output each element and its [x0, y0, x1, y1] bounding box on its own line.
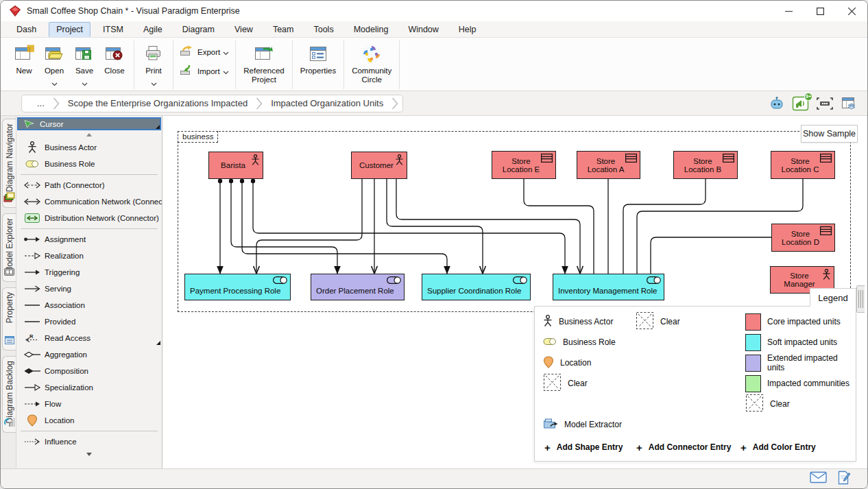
chevron-down-icon[interactable]	[223, 65, 229, 77]
minimize-button[interactable]	[773, 1, 804, 21]
expander-icon[interactable]	[156, 341, 160, 345]
assistant-robot-icon[interactable]	[768, 95, 786, 112]
breadcrumb-item[interactable]: ...	[30, 98, 51, 108]
palette-item-provided[interactable]: Provided	[16, 313, 162, 330]
legend-shape-location[interactable]: Location	[543, 353, 591, 372]
legend-add-shape-entry-button[interactable]: +Add Shape Entry	[544, 438, 623, 456]
edge-barista-to-payment-processing-role[interactable]	[218, 179, 222, 274]
legend-tab[interactable]: Legend	[810, 288, 856, 307]
node-payment-processing-role[interactable]: Payment Processing Role	[184, 274, 291, 300]
menu-agile[interactable]: Agile	[136, 22, 170, 37]
palette-scroll-down[interactable]	[16, 450, 162, 459]
palette-item-influence[interactable]: Influence	[16, 433, 162, 450]
palette-item-triggering[interactable]: Triggering	[16, 264, 162, 281]
open-button[interactable]: Open	[39, 42, 69, 83]
menu-view[interactable]: View	[227, 22, 261, 37]
menu-team[interactable]: Team	[265, 22, 302, 37]
menu-itsm[interactable]: ITSM	[95, 22, 131, 37]
chevron-down-icon[interactable]	[82, 77, 88, 81]
chevron-down-icon[interactable]	[151, 77, 157, 81]
node-store-location-d[interactable]: Store Location D	[771, 224, 835, 252]
properties-button[interactable]: Properties	[297, 42, 339, 77]
node-store-location-e[interactable]: Store Location E	[492, 151, 556, 179]
close-button[interactable]	[836, 1, 867, 21]
close-button[interactable]: Close	[99, 42, 130, 77]
legend-shape-business-role[interactable]: Business Role	[543, 333, 616, 352]
menu-help[interactable]: Help	[451, 22, 484, 37]
node-store-location-a[interactable]: Store Location A	[577, 151, 640, 179]
palette-item-flow[interactable]: Flow	[16, 396, 162, 412]
palette-item-business-role[interactable]: Business Role	[16, 156, 162, 172]
print-button[interactable]: Print	[138, 42, 169, 83]
community-circle-button[interactable]: Community Circle	[348, 42, 395, 86]
fit-frame-icon[interactable]	[816, 95, 834, 112]
referenced-project-button[interactable]: Referenced Project	[240, 42, 287, 86]
chevron-down-icon[interactable]	[223, 46, 229, 58]
edge-store-location-d-to-inventory-management-role[interactable]	[651, 237, 771, 274]
node-store-location-b[interactable]: Store Location B	[673, 151, 738, 179]
save-button[interactable]: Save	[69, 42, 99, 83]
palette-item-serving[interactable]: Serving	[16, 281, 162, 297]
legend-color-impacted-communities[interactable]: Impacted communities	[745, 374, 849, 393]
palette-scroll-up[interactable]	[16, 130, 162, 139]
palette-item-distribution-network-connector[interactable]: Distribution Network (Connector)	[16, 210, 162, 226]
legend-shape-business-actor[interactable]: Business Actor	[543, 312, 613, 331]
legend-add-connector-entry-button[interactable]: +Add Connector Entry	[636, 438, 731, 456]
menu-window[interactable]: Window	[400, 22, 446, 37]
tab-property[interactable]: Property	[2, 287, 16, 350]
palette-item-aggregation[interactable]: Aggregation	[16, 346, 162, 363]
legend-color-clear[interactable]: Clear	[745, 394, 790, 414]
draft-notes-icon[interactable]	[838, 470, 851, 488]
palette-item-assignment[interactable]: Assignment	[16, 231, 162, 248]
legend-model-extractor[interactable]: Model Extractor	[543, 415, 622, 434]
node-store-location-c[interactable]: Store Location C	[771, 151, 835, 179]
panel-splitter-grip[interactable]	[856, 285, 865, 313]
tab-diagram-navigator[interactable]: Diagram Navigator	[2, 119, 16, 208]
palette-item-realization[interactable]: Realization	[16, 248, 162, 264]
palette-item-read-access[interactable]: RRead Access	[16, 330, 162, 346]
legend-color-core-impacted-units[interactable]: Core impacted units	[745, 312, 841, 331]
menu-project[interactable]: Project	[49, 22, 91, 37]
breadcrumb-item[interactable]: Impacted Organization Units	[264, 98, 390, 108]
import-button[interactable]: Import	[178, 64, 231, 79]
node-inventory-management-role[interactable]: Inventory Management Role	[553, 274, 664, 300]
node-customer[interactable]: Customer	[351, 152, 407, 179]
mail-icon[interactable]	[810, 471, 827, 486]
edge-store-location-b-to-inventory-management-role[interactable]	[623, 179, 706, 274]
menu-modeling[interactable]: Modeling	[346, 22, 396, 37]
legend-shape-clear[interactable]: Clear	[543, 374, 588, 393]
palette-item-location[interactable]: Location	[16, 412, 162, 429]
export-button[interactable]: Export	[178, 45, 231, 60]
palette-item-path-connector[interactable]: Path (Connector)	[16, 177, 162, 193]
diagram-canvas[interactable]: business BaristaCustomerStore Location E…	[162, 116, 865, 468]
edge-barista-to-order-placement-role[interactable]	[229, 179, 337, 274]
node-order-placement-role[interactable]: Order Placement Role	[311, 274, 405, 300]
layers-window-icon[interactable]	[840, 95, 858, 112]
node-supplier-coordination-role[interactable]: Supplier Coordination Role	[422, 274, 531, 300]
tab-diagram-backlog[interactable]: Diagram Backlog	[2, 356, 16, 433]
tab-model-explorer[interactable]: Model Explorer	[2, 213, 16, 282]
edge-customer-to-payment-processing-role[interactable]	[256, 179, 362, 274]
menu-dash[interactable]: Dash	[9, 22, 44, 37]
edge-store-location-e-to-inventory-management-role[interactable]	[524, 179, 594, 274]
legend-color-extended-impacted-units[interactable]: Extended impacted units	[745, 353, 856, 372]
menu-diagram[interactable]: Diagram	[175, 22, 222, 37]
palette-item-composition[interactable]: Composition	[16, 363, 162, 379]
palette-item-cursor[interactable]: Cursor	[17, 117, 161, 130]
palette-item-business-actor[interactable]: Business Actor	[16, 139, 162, 156]
edge-customer-to-supplier-coordination-role[interactable]	[387, 179, 483, 274]
legend-color-soft-impacted-units[interactable]: Soft impacted units	[745, 333, 837, 352]
legend-add-color-entry-button[interactable]: +Add Color Entry	[740, 438, 816, 456]
palette-item-communication-network-connector[interactable]: Communication Network (Connector)	[16, 193, 162, 210]
breadcrumb-item[interactable]: Scope the Enterprise Organizations Impac…	[61, 98, 254, 108]
maximize-button[interactable]	[804, 1, 836, 21]
chevron-down-icon[interactable]	[51, 77, 58, 81]
show-sample-button[interactable]: Show Sample	[801, 125, 858, 143]
menu-tools[interactable]: Tools	[306, 22, 341, 37]
community-news-icon[interactable]: 9+	[792, 95, 810, 112]
palette-item-specialization[interactable]: Specialization	[16, 379, 162, 396]
palette-item-association[interactable]: Association	[16, 297, 162, 313]
node-barista[interactable]: Barista	[208, 152, 263, 179]
new-button[interactable]: New	[9, 42, 39, 77]
legend-connector-clear[interactable]: Clear	[636, 312, 680, 331]
